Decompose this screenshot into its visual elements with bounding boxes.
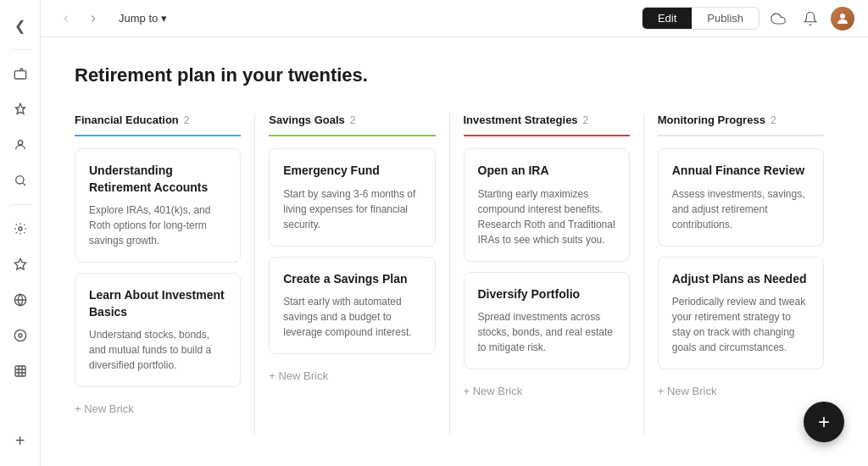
card-financial-1[interactable]: Learn About Investment BasicsUnderstand …: [75, 273, 241, 387]
inbox-icon[interactable]: [5, 58, 36, 89]
column-count-monitoring: 2: [771, 114, 776, 126]
sparkle-icon[interactable]: [5, 249, 36, 280]
new-brick-investment[interactable]: + New Brick: [464, 380, 630, 402]
column-count-financial: 2: [184, 114, 190, 126]
svg-rect-0: [14, 71, 25, 79]
card-savings-1[interactable]: Create a Savings PlanStart early with au…: [269, 257, 435, 355]
table-icon[interactable]: [5, 356, 36, 386]
content-area: Retirement plan in your twenties. Financ…: [41, 37, 868, 466]
search-icon[interactable]: [5, 165, 36, 196]
column-header-investment: Investment Strategies2: [464, 114, 630, 136]
user-icon[interactable]: [5, 130, 36, 160]
card-financial-0[interactable]: Understanding Retirement AccountsExplore…: [75, 148, 241, 263]
jump-to-button[interactable]: Jump to ▾: [112, 8, 174, 28]
topbar: Jump to ▾ Edit Publish: [41, 0, 868, 37]
globe-icon[interactable]: [5, 285, 36, 315]
column-header-financial: Financial Education2: [75, 114, 241, 136]
card-title-financial-1: Learn About Investment Basics: [89, 287, 226, 320]
edit-button[interactable]: Edit: [643, 8, 692, 29]
card-investment-0[interactable]: Open an IRAStarting early maximizes comp…: [464, 148, 630, 262]
svg-point-4: [19, 227, 22, 230]
svg-point-1: [18, 141, 22, 145]
card-title-savings-0: Emergency Fund: [283, 163, 420, 180]
new-brick-savings[interactable]: + New Brick: [269, 364, 435, 387]
svg-rect-9: [15, 366, 25, 376]
card-title-savings-1: Create a Savings Plan: [283, 271, 420, 288]
bell-icon[interactable]: [798, 7, 822, 31]
edit-publish-toggle: Edit Publish: [642, 7, 760, 30]
card-title-monitoring-0: Annual Finance Review: [672, 163, 810, 180]
card-desc-savings-1: Start early with automated savings and a…: [283, 294, 420, 340]
sidebar-divider-2: [10, 204, 31, 205]
svg-point-8: [19, 334, 22, 337]
settings-icon[interactable]: [5, 214, 36, 244]
card-savings-0[interactable]: Emergency FundStart by saving 3-6 months…: [269, 148, 435, 247]
column-header-savings: Savings Goals2: [269, 114, 435, 136]
svg-point-7: [14, 330, 25, 341]
svg-line-3: [23, 183, 25, 186]
new-brick-financial[interactable]: + New Brick: [75, 397, 241, 420]
sidebar: ❮ +: [0, 0, 41, 466]
svg-point-2: [15, 176, 23, 184]
palette-icon[interactable]: [5, 320, 36, 351]
column-title-financial: Financial Education: [75, 114, 179, 126]
column-investment: Investment Strategies2Open an IRAStartin…: [464, 114, 644, 434]
column-savings: Savings Goals2Emergency FundStart by sav…: [269, 114, 449, 434]
column-count-investment: 2: [583, 114, 589, 126]
svg-marker-5: [14, 258, 25, 269]
card-monitoring-0[interactable]: Annual Finance ReviewAssess investments,…: [658, 148, 824, 247]
card-desc-savings-0: Start by saving 3-6 months of living exp…: [283, 186, 420, 232]
new-brick-monitoring[interactable]: + New Brick: [658, 380, 824, 402]
add-page-button[interactable]: +: [5, 425, 36, 456]
column-title-investment: Investment Strategies: [464, 114, 578, 126]
card-title-investment-1: Diversify Portfolio: [478, 286, 615, 303]
jump-to-chevron: ▾: [161, 12, 167, 25]
collapse-icon[interactable]: ❮: [5, 10, 36, 41]
column-count-savings: 2: [350, 114, 356, 126]
nav-controls: [54, 7, 105, 31]
cloud-icon[interactable]: [766, 7, 790, 31]
card-monitoring-1[interactable]: Adjust Plans as NeededPeriodically revie…: [658, 257, 824, 370]
main-area: Jump to ▾ Edit Publish Retirement plan i…: [41, 0, 868, 466]
board: Financial Education2Understanding Retire…: [75, 114, 837, 434]
pin-icon[interactable]: [5, 94, 36, 125]
publish-button[interactable]: Publish: [692, 8, 759, 29]
card-desc-financial-1: Understand stocks, bonds, and mutual fun…: [89, 327, 226, 373]
column-header-monitoring: Monitoring Progress2: [658, 114, 824, 136]
column-financial: Financial Education2Understanding Retire…: [75, 114, 255, 434]
card-title-monitoring-1: Adjust Plans as Needed: [672, 271, 810, 288]
card-title-investment-0: Open an IRA: [478, 163, 615, 180]
avatar[interactable]: [831, 7, 854, 31]
card-desc-investment-0: Starting early maximizes compound intere…: [478, 186, 615, 247]
column-monitoring: Monitoring Progress2Annual Finance Revie…: [658, 114, 837, 434]
sidebar-divider-1: [10, 49, 31, 50]
jump-to-label: Jump to: [119, 12, 158, 25]
back-button[interactable]: [54, 7, 78, 31]
fab-button[interactable]: +: [804, 402, 844, 442]
svg-point-10: [840, 14, 845, 19]
card-title-financial-0: Understanding Retirement Accounts: [89, 163, 226, 196]
card-desc-monitoring-0: Assess investments, savings, and adjust …: [672, 186, 810, 232]
column-title-savings: Savings Goals: [269, 114, 345, 126]
card-investment-1[interactable]: Diversify PortfolioSpread investments ac…: [464, 272, 630, 370]
card-desc-monitoring-1: Periodically review and tweak your retir…: [672, 294, 810, 355]
forward-button[interactable]: [81, 7, 105, 31]
column-title-monitoring: Monitoring Progress: [658, 114, 765, 126]
page-title: Retirement plan in your twenties.: [75, 64, 834, 86]
card-desc-investment-1: Spread investments across stocks, bonds,…: [478, 309, 615, 355]
card-desc-financial-0: Explore IRAs, 401(k)s, and Roth options …: [89, 202, 226, 248]
topbar-actions: [766, 7, 854, 31]
